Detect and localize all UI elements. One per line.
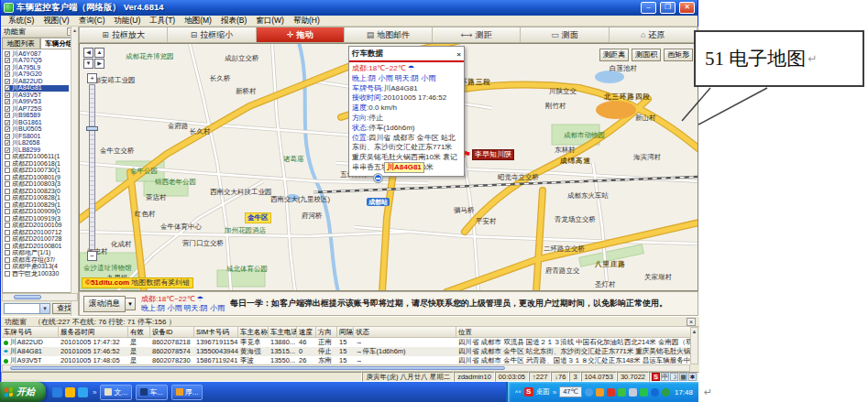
vehicle-tree-item[interactable]: 川B98589 [5,113,69,120]
menu-item[interactable]: 工具(T) [145,16,180,27]
vehicle-checkbox[interactable] [5,126,10,132]
ime-icon[interactable]: ✱ [688,373,697,381]
table-column-header[interactable]: 设备ID [150,327,194,337]
pan-left-button[interactable]: ◀ [83,48,93,58]
vehicle-checkbox[interactable] [5,65,10,71]
qq-icon[interactable] [596,388,604,397]
vehicle-tree-item[interactable]: 川A795L9 [5,64,69,71]
vehicle-tree-item[interactable]: 成都ZD100828(1 [5,195,69,202]
vehicle-tree-item[interactable]: 成都ZD100823(0 [5,188,69,195]
sogou-input-icon[interactable]: S [524,387,533,397]
browser-icon[interactable] [52,387,62,397]
taskbar-app-button[interactable]: 厚... [171,385,203,400]
table-column-header[interactable]: 状态 [354,327,456,337]
desktop-toolbar-label[interactable]: 桌面 [536,387,550,397]
vehicle-tree-item[interactable]: 成都ZD100730(1 [5,168,69,175]
zoom-in-button[interactable]: + [87,73,97,83]
vehicle-checkbox[interactable] [5,202,10,208]
vehicle-tree-item[interactable]: 成都中鼎0313(4 [5,264,69,271]
signal-icon[interactable] [618,388,626,397]
vehicle-checkbox[interactable] [5,216,10,222]
tree-horizontal-scrollbar[interactable] [2,293,78,301]
table-column-header[interactable]: 速度 [297,327,316,337]
vehicle-checkbox[interactable] [5,85,10,91]
table-column-header[interactable]: 车牌号码 [2,327,59,337]
table-column-header[interactable]: SIM卡号码 [194,327,238,337]
table-column-header[interactable]: 服务器时间 [59,327,128,337]
vehicle-tree-item[interactable]: 成都ZD100829(1 [5,201,69,209]
vehicle-checkbox[interactable] [5,154,10,159]
vehicle-checkbox[interactable] [5,71,10,77]
menu-item[interactable]: 视图(V) [38,16,73,27]
zoom-slider-track[interactable] [89,84,95,250]
vehicle-checkbox[interactable] [5,134,10,139]
ime-icon[interactable]: 中 [661,373,669,381]
menu-item[interactable]: 查询(C) [74,16,110,27]
table-column-header[interactable]: 车主名称 [238,327,269,337]
vehicle-checkbox[interactable] [5,189,10,194]
menu-item[interactable]: 报表(B) [216,16,251,27]
vehicle-tree-item[interactable]: 成都ZD100909(0 [5,209,69,216]
vehicle-tree-item[interactable]: 成都ZD20100109 [5,223,69,230]
toolbar-button[interactable]: ⊞ 拉框放大 [80,27,168,42]
vehicle-checkbox[interactable] [5,161,10,167]
vehicle-tree-item[interactable]: 川A6Y087 [5,50,69,58]
vehicle-tree-item[interactable]: 成都ZD100801(9 [5,174,69,181]
vehicle-checkbox[interactable] [5,175,10,180]
sidebar-tab[interactable]: 地图列表 [2,38,40,49]
quick-launch-icon[interactable] [78,387,88,397]
vehicle-checkbox[interactable] [5,168,10,173]
vehicle-tree-item[interactable]: 川BG1861 [5,119,69,126]
scrollbar-thumb[interactable] [14,295,41,299]
table-column-header[interactable]: 方向 [316,327,337,337]
clock[interactable]: 17:48 [675,388,693,397]
vehicle-tree-item[interactable]: 成都ZD100611(1 [5,154,69,161]
menu-item[interactable]: 地图(M) [180,16,216,27]
map-measure-button[interactable]: 测距离 [599,49,629,61]
vehicle-tree-item[interactable]: 川A93V5T [5,92,69,99]
panel-close-icon[interactable]: × [687,318,696,326]
close-button[interactable]: ✕ [679,2,695,14]
minimize-button[interactable]: – [641,2,656,14]
scrollbar-thumb[interactable] [10,366,505,370]
vehicle-tree-item[interactable]: 成都库存组(37/ [5,256,69,264]
vehicle-search-select[interactable] [4,303,50,314]
vehicle-checkbox[interactable] [5,209,10,214]
table-vertical-scrollbar[interactable]: ▲ [690,327,698,364]
pan-right-button[interactable]: ▶ [94,59,104,69]
taskbar-app-button[interactable]: 车... [136,385,168,400]
vehicle-checkbox[interactable] [5,236,10,242]
table-column-header[interactable]: 位置 [456,327,690,337]
vehicle-checkbox[interactable] [5,257,10,263]
vehicle-tree-item[interactable]: 川A707Q5 [5,58,69,65]
table-row[interactable]: 川A822UD 20101005 17:47:32 是 8602078218 1… [2,338,690,347]
pan-down-button[interactable]: ▼ [83,59,93,69]
pan-up-button[interactable]: ▲ [94,48,104,58]
tray-expand-icon[interactable]: ˄˅ [515,389,522,395]
toolbar-button[interactable]: ⟷ 测距 [433,27,521,42]
vehicle-checkbox[interactable] [5,51,10,57]
vehicle-checkbox[interactable] [5,113,10,118]
vehicle-checkbox[interactable] [5,99,10,104]
vehicle-checkbox[interactable] [5,230,10,235]
table-column-header[interactable]: 有效 [128,327,150,337]
vehicle-tree-item[interactable]: 成都ZD100618(1 [5,160,69,168]
vehicle-tree-item[interactable]: 川FS8001 [5,133,69,140]
vehicle-tree-item[interactable]: 川A84G81 [5,85,69,92]
display-icon[interactable] [629,388,637,397]
vehicle-tree-item[interactable]: 成都ZD20100801 [5,243,69,250]
vehicle-checkbox[interactable] [5,92,10,98]
toolbar-button[interactable]: ✛ 拖动 [257,27,345,42]
table-row[interactable]: 川A93V5T 20101005 17:48:05 是 8602078230 1… [2,356,690,364]
scroll-message-button[interactable]: 滚动消息 ▼ [83,296,136,312]
toolbar-button[interactable]: ▤ 地图邮件 [345,27,433,42]
desktop-toolbar-more-icon[interactable]: » [553,388,556,397]
table-horizontal-scrollbar[interactable] [2,364,690,372]
menu-item[interactable]: 功能(U) [110,16,146,27]
bluetooth-icon[interactable] [651,388,659,397]
ime-icon[interactable]: ▦ [679,373,687,381]
vehicle-tree-item[interactable]: 川A822UD [5,78,69,85]
vehicle-tree-item[interactable]: 川BU0505 [5,126,69,134]
vehicle-checkbox[interactable] [5,181,10,187]
ime-icon[interactable]: S [652,373,660,381]
